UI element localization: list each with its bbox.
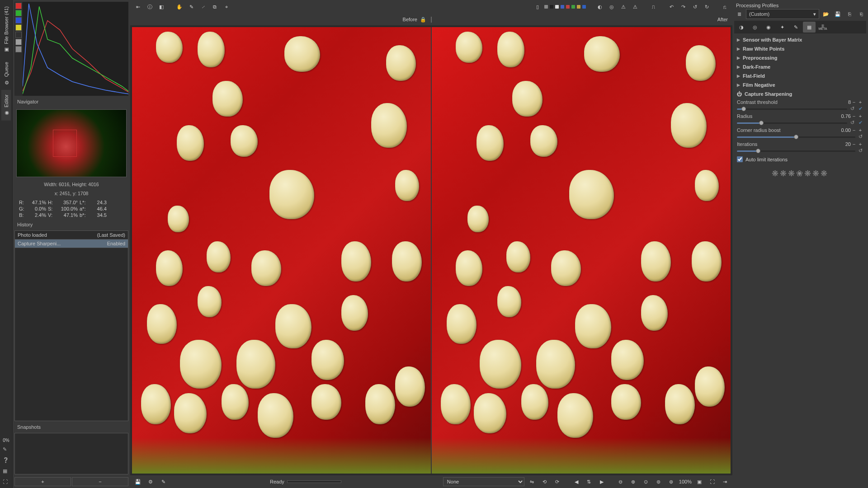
- increment-icon[interactable]: +: [857, 127, 863, 133]
- profile-mode-icon[interactable]: ≣: [734, 9, 744, 19]
- tab-meta-icon[interactable]: |||META: [816, 22, 829, 33]
- tab-editor[interactable]: ◉ Editor: [1, 90, 11, 121]
- preview-bg-dot-2[interactable]: [555, 5, 559, 9]
- decrement-icon[interactable]: −: [851, 113, 857, 119]
- section-sensor-with-bayer-matrix[interactable]: ▶Sensor with Bayer Matrix: [734, 35, 866, 44]
- reset-icon[interactable]: ↺: [849, 106, 855, 112]
- highlight-clip-icon[interactable]: ⚠: [630, 2, 640, 12]
- navigator-viewport-rect[interactable]: [53, 130, 77, 156]
- preview-bg-dot-3[interactable]: [561, 5, 564, 9]
- navigator-thumbnail[interactable]: [16, 109, 127, 177]
- profile-save-icon[interactable]: 💾: [833, 9, 843, 19]
- section-flat-field[interactable]: ▶Flat-Field: [734, 71, 866, 80]
- tab-queue[interactable]: ⚙ Queue: [1, 57, 11, 90]
- preferences-icon[interactable]: ▦: [3, 468, 10, 475]
- save-icon[interactable]: 💾: [133, 477, 143, 487]
- flip-h-icon[interactable]: ⇋: [527, 477, 537, 487]
- increment-icon[interactable]: +: [857, 141, 863, 147]
- straighten-tool-icon[interactable]: ⟋: [198, 2, 208, 12]
- decrement-icon[interactable]: −: [851, 99, 857, 105]
- histogram-toggle-4[interactable]: [15, 32, 22, 38]
- auto-limit-checkbox[interactable]: Auto limit iterations: [734, 155, 866, 164]
- rotate-right-90-icon[interactable]: ↷: [678, 2, 688, 12]
- picker-tool-icon[interactable]: ✎: [186, 2, 196, 12]
- history-row[interactable]: Capture Sharpeni...Enabled: [15, 239, 128, 248]
- histogram-toggle-6[interactable]: [15, 46, 22, 52]
- preview-bg-dot-4[interactable]: [566, 5, 570, 9]
- check-icon[interactable]: ✔: [857, 106, 863, 112]
- profile-paste-icon[interactable]: ⎗: [856, 9, 866, 19]
- check-icon[interactable]: ✔: [857, 120, 863, 126]
- help-icon[interactable]: ❔: [3, 457, 10, 465]
- slider-iter[interactable]: [737, 148, 855, 154]
- profile-select[interactable]: (Custom) ▾: [746, 9, 819, 19]
- softproof-icon[interactable]: ◎: [607, 2, 617, 12]
- fullscreen-preview-icon[interactable]: ⛶: [707, 477, 717, 487]
- before-after-icon[interactable]: ◧: [156, 2, 166, 12]
- undo-icon[interactable]: ↺: [690, 2, 700, 12]
- gamut-icon[interactable]: ◐: [595, 2, 605, 12]
- crop-tool-icon[interactable]: ⧉: [210, 2, 220, 12]
- section-dark-frame[interactable]: ▶Dark-Frame: [734, 62, 866, 71]
- power-icon[interactable]: ⏻: [737, 91, 742, 97]
- section-preprocessing[interactable]: ▶Preprocessing: [734, 53, 866, 62]
- toggle-left-panel-icon[interactable]: ⇤: [133, 2, 143, 12]
- tab-detail-icon[interactable]: ◎: [749, 22, 761, 33]
- image-before[interactable]: [132, 27, 432, 474]
- preview-bg-dot-0[interactable]: [544, 5, 548, 9]
- history-row[interactable]: Photo loaded(Last Saved): [15, 231, 128, 239]
- zoom-fit-icon[interactable]: ⊙: [641, 477, 651, 487]
- queue-add-icon[interactable]: ⚙: [146, 477, 156, 487]
- histogram-toggle-2[interactable]: [15, 17, 22, 23]
- preview-bg-dot-7[interactable]: [582, 5, 586, 9]
- profile-copy-icon[interactable]: ⎘: [844, 9, 854, 19]
- fullscreen-icon[interactable]: ⛶: [3, 479, 10, 486]
- info-icon[interactable]: ⓘ: [145, 2, 155, 12]
- image-compare-area[interactable]: [130, 25, 732, 475]
- zoom-in-icon[interactable]: ⊕: [628, 477, 638, 487]
- preview-bg-dot-5[interactable]: [571, 5, 575, 9]
- send-to-editor-icon[interactable]: ✎: [158, 477, 168, 487]
- external-editor-icon[interactable]: ✎: [3, 446, 10, 454]
- zoom-crop-icon[interactable]: ⊛: [666, 477, 676, 487]
- perspective-tool-icon[interactable]: ⌖: [222, 2, 231, 12]
- background-select[interactable]: None: [443, 477, 524, 486]
- redo-icon[interactable]: ↻: [702, 2, 712, 12]
- preview-bg-dot-6[interactable]: [577, 5, 580, 9]
- slider-corner[interactable]: [737, 134, 855, 140]
- tab-color-icon[interactable]: ◉: [762, 22, 775, 33]
- reset-icon[interactable]: ↺: [857, 148, 863, 154]
- detail-window-icon[interactable]: ▣: [694, 477, 704, 487]
- tab-exposure-icon[interactable]: ◑: [735, 22, 748, 33]
- section-raw-white-points[interactable]: ▶Raw White Points: [734, 44, 866, 53]
- tab-local-icon[interactable]: ✎: [789, 22, 802, 33]
- histogram-toggle-1[interactable]: [15, 10, 22, 16]
- image-after[interactable]: [432, 27, 731, 474]
- increment-icon[interactable]: +: [857, 113, 863, 119]
- section-capture-sharpening[interactable]: ⏻ Capture Sharpening: [734, 89, 866, 99]
- slider-radius[interactable]: [737, 120, 847, 126]
- auto-limit-input[interactable]: [737, 156, 743, 162]
- histogram-plot[interactable]: [23, 2, 128, 96]
- tab-file-browser[interactable]: ▣ File Browser (41): [1, 2, 11, 57]
- slider-contrast[interactable]: [737, 106, 847, 112]
- preview-bg-dot-1[interactable]: [550, 5, 553, 9]
- hand-tool-icon[interactable]: ✋: [175, 2, 184, 12]
- nav-next-icon[interactable]: ▶: [597, 477, 607, 487]
- snapshot-add-button[interactable]: +: [14, 477, 71, 486]
- tab-advanced-icon[interactable]: ✦: [776, 22, 788, 33]
- decrement-icon[interactable]: −: [851, 141, 857, 147]
- nav-sync-icon[interactable]: ⇅: [584, 477, 594, 487]
- sync-icon[interactable]: ⎌: [720, 2, 730, 12]
- reset-icon[interactable]: ↺: [849, 120, 855, 126]
- tab-raw-icon[interactable]: ▦: [803, 22, 816, 33]
- reset-icon[interactable]: ↺: [857, 134, 863, 140]
- toggle-right-panel-icon[interactable]: ⇥: [720, 477, 730, 487]
- monitor-profile-icon[interactable]: ▯: [533, 2, 542, 12]
- lock-icon[interactable]: 🔒: [420, 17, 426, 23]
- rotate-left-90-icon[interactable]: ↶: [666, 2, 676, 12]
- nav-prev-icon[interactable]: ◀: [571, 477, 581, 487]
- increment-icon[interactable]: +: [857, 99, 863, 105]
- histogram-toggle-0[interactable]: [15, 3, 22, 9]
- rotate-indicator-icon[interactable]: ⎍: [648, 2, 658, 12]
